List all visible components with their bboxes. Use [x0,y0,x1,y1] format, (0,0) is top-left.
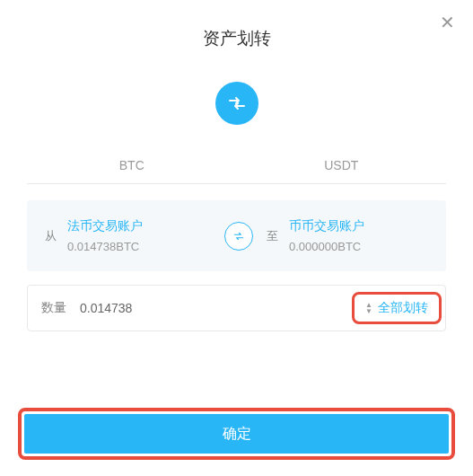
amount-row: 数量 ▲ ▼ 全部划转 [27,285,446,331]
modal-title: 资产划转 [0,27,473,50]
confirm-highlight: 确定 [18,408,455,460]
confirm-button[interactable]: 确定 [24,414,449,454]
close-icon[interactable]: ✕ [440,13,455,31]
swap-icon [232,230,245,242]
amount-input[interactable] [80,301,352,315]
currency-tabs: BTC USDT [27,147,446,184]
from-content: 法币交易账户 0.014738BTC [67,218,143,253]
tab-usdt[interactable]: USDT [237,147,447,183]
transfer-modal: ✕ 资产划转 BTC USDT 从 法币交易账户 0.014738BTC [0,0,473,476]
to-content: 币币交易账户 0.000000BTC [289,218,364,253]
amount-label: 数量 [41,300,66,316]
all-transfer-label: 全部划转 [378,300,428,316]
to-account-name[interactable]: 币币交易账户 [289,218,364,234]
from-account-section: 从 法币交易账户 0.014738BTC [36,218,215,253]
from-label: 从 [45,228,57,244]
from-account-name[interactable]: 法币交易账户 [67,218,143,234]
from-balance: 0.014738BTC [67,240,143,253]
all-transfer-button[interactable]: ▲ ▼ 全部划转 [352,292,442,324]
transfer-box: 从 法币交易账户 0.014738BTC 至 币币交易账户 0.000000BT… [27,200,446,271]
transfer-icon [215,82,258,125]
tab-btc[interactable]: BTC [27,147,237,183]
swap-button[interactable] [224,222,253,251]
to-balance: 0.000000BTC [289,240,364,253]
to-account-section: 至 币币交易账户 0.000000BTC [262,218,437,253]
to-label: 至 [267,228,278,244]
stepper-icon: ▲ ▼ [365,302,372,314]
